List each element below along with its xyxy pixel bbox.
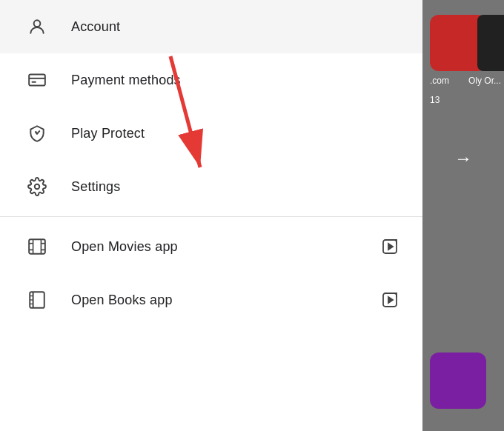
book-icon: [24, 287, 50, 313]
person-icon: [24, 13, 50, 40]
payment-label: Payment methods: [71, 73, 181, 88]
gear-icon: [24, 173, 50, 200]
svg-point-0: [34, 20, 41, 27]
shield-icon: [24, 120, 50, 147]
svg-marker-4: [35, 130, 41, 136]
svg-point-5: [35, 184, 40, 190]
film-icon: [24, 233, 50, 260]
credit-card-icon: [24, 67, 50, 93]
menu-item-payment[interactable]: Payment methods: [0, 53, 422, 107]
svg-rect-1: [29, 74, 45, 85]
books-arrow: [381, 291, 399, 309]
app-label-com: .com: [430, 76, 449, 86]
menu-item-books[interactable]: Open Books app: [0, 273, 422, 327]
menu-item-settings[interactable]: Settings: [0, 160, 422, 213]
menu-item-movies[interactable]: Open Movies app: [0, 220, 422, 273]
menu-panel: Account Payment methods Play Protect: [0, 0, 422, 431]
account-label: Account: [71, 19, 120, 35]
menu-divider: [0, 216, 422, 217]
right-panel: .com Oly Or... 13 →: [422, 0, 504, 431]
movies-arrow: [381, 238, 399, 255]
svg-rect-8: [29, 239, 45, 254]
play-protect-label: Play Protect: [71, 126, 145, 141]
right-arrow[interactable]: →: [454, 148, 472, 169]
settings-label: Settings: [71, 179, 120, 195]
movies-label: Open Movies app: [71, 239, 178, 255]
app-card-dark: [477, 15, 504, 71]
books-label: Open Books app: [71, 293, 173, 308]
menu-item-account[interactable]: Account: [0, 0, 422, 53]
app-card-purple: [430, 353, 486, 409]
menu-item-play-protect[interactable]: Play Protect: [0, 107, 422, 160]
app-label-oly: Oly Or...: [468, 76, 501, 86]
app-count: 13: [430, 95, 440, 105]
